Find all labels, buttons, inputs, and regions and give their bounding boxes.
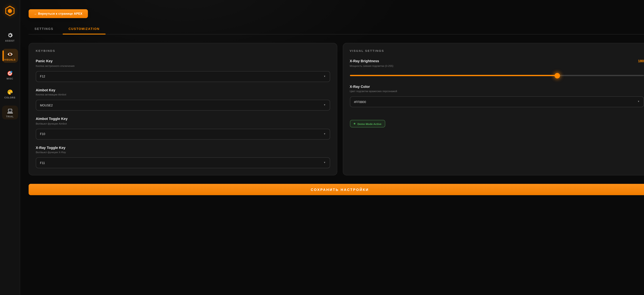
sidebar-nav: ASSIST VISUALS	[0, 30, 20, 120]
active-tab-indicator	[62, 34, 106, 34]
viewport: ASSIST VISUALS	[0, 0, 644, 295]
panic-key-field: Panic Key Кнопка экстренного отключения …	[36, 59, 330, 82]
save-settings-button[interactable]: СОХРАНИТЬ НАСТРОЙКИ	[28, 184, 644, 195]
xray-toggle-key-select[interactable]: F11 ▼	[36, 157, 330, 168]
visual-settings-panel: VISUAL SETTINGS X-Ray Brightness 180 Мощ…	[342, 43, 644, 176]
eye-icon	[6, 51, 13, 58]
xray-color-field: X-Ray Color Цвет подсветки вражеских пер…	[350, 84, 644, 107]
app-window: ASSIST VISUALS	[0, 0, 644, 295]
xray-brightness-slider-fill	[350, 75, 557, 76]
field-label: X-Ray Toggle Key	[36, 145, 330, 150]
field-description: Цвет подсветки вражеских персонажей	[350, 90, 644, 92]
target-icon	[6, 70, 13, 76]
brightness-value: 180	[638, 59, 644, 63]
main-content: ← Вернуться к странице APEX SETTINGS CUS…	[20, 0, 644, 295]
select-value: F10	[40, 132, 45, 136]
brightness-row: X-Ray Brightness 180	[350, 59, 644, 63]
xray-brightness-slider-thumb[interactable]	[554, 73, 560, 78]
panic-key-select[interactable]: F12 ▼	[36, 71, 330, 82]
field-description: Кнопка активации Aimbot	[36, 93, 330, 96]
xray-brightness-field: X-Ray Brightness 180 Мощность сияния под…	[350, 59, 644, 78]
chevron-down-icon: ▼	[324, 104, 326, 106]
xray-toggle-key-field: X-Ray Toggle Key Вкл/выкл функции X-Ray …	[36, 145, 330, 168]
keybinds-title: KEYBINDS	[36, 49, 330, 52]
gear-icon	[6, 32, 13, 39]
visual-settings-title: VISUAL SETTINGS	[350, 49, 644, 52]
tab-bar: SETTINGS CUSTOMIZATION	[28, 24, 644, 34]
sidebar-item-label: COLORS	[4, 96, 16, 99]
sidebar-item-colors[interactable]: COLORS	[2, 87, 18, 100]
field-label: Aimbot Key	[36, 88, 330, 92]
laptop-icon	[6, 108, 13, 114]
select-value: F11	[40, 161, 45, 165]
field-label: X-Ray Color	[350, 84, 644, 89]
sidebar-item-label: ASSIST	[5, 40, 15, 42]
field-description: Вкл/выкл функции Aimbot	[36, 122, 330, 125]
keybinds-panel: KEYBINDS Panic Key Кнопка экстренного от…	[28, 43, 337, 176]
sidebar-item-label: MISC	[6, 78, 13, 80]
app-logo-icon	[4, 5, 16, 17]
select-value: MOUSE2	[40, 103, 53, 107]
aimbot-toggle-key-select[interactable]: F10 ▼	[36, 128, 330, 140]
field-label: Aimbot Toggle Key	[36, 116, 330, 121]
aimbot-key-field: Aimbot Key Кнопка активации Aimbot MOUSE…	[36, 88, 330, 111]
demo-mode-badge: Demo Mode Active	[350, 120, 385, 128]
field-label: Panic Key	[36, 59, 330, 63]
slider-track[interactable]	[350, 75, 644, 76]
tab-customization[interactable]: CUSTOMIZATION	[62, 24, 106, 34]
aimbot-key-select[interactable]: MOUSE2 ▼	[36, 100, 330, 111]
badge-label: Demo Mode Active	[358, 122, 382, 125]
aimbot-toggle-key-field: Aimbot Toggle Key Вкл/выкл функции Aimbo…	[36, 116, 330, 140]
select-value: #FF8800	[354, 100, 366, 104]
field-description: Мощность сияния подсветки (0-255)	[350, 64, 644, 67]
sidebar-item-label: VISUALS	[4, 58, 16, 61]
active-item-indicator	[2, 50, 4, 61]
palette-icon	[6, 89, 13, 96]
chevron-down-icon: ▼	[638, 100, 640, 103]
xray-brightness-slider[interactable]	[350, 72, 644, 78]
sidebar-item-assist[interactable]: ASSIST	[2, 30, 18, 44]
sidebar-item-trial[interactable]: TRIAL	[2, 106, 18, 120]
sidebar-item-misc[interactable]: MISC	[2, 68, 18, 82]
chevron-down-icon: ▼	[324, 133, 326, 135]
field-description: Кнопка экстренного отключения	[36, 64, 330, 67]
select-value: F12	[40, 74, 45, 78]
chevron-down-icon: ▼	[324, 75, 326, 78]
field-label: X-Ray Brightness	[350, 59, 379, 63]
xray-color-select[interactable]: #FF8800 ▼	[350, 96, 644, 107]
sidebar-item-visuals[interactable]: VISUALS	[2, 49, 18, 63]
sidebar: ASSIST VISUALS	[0, 0, 20, 295]
sidebar-item-label: TRIAL	[6, 115, 14, 118]
chevron-down-icon: ▼	[324, 162, 326, 164]
tab-label: CUSTOMIZATION	[68, 27, 100, 31]
tab-settings[interactable]: SETTINGS	[28, 24, 59, 34]
field-description: Вкл/выкл функции X-Ray	[36, 150, 330, 154]
settings-panels: KEYBINDS Panic Key Кнопка экстренного от…	[28, 43, 644, 176]
back-to-apex-button[interactable]: ← Вернуться к странице APEX	[28, 9, 88, 18]
status-dot-icon	[354, 123, 355, 125]
